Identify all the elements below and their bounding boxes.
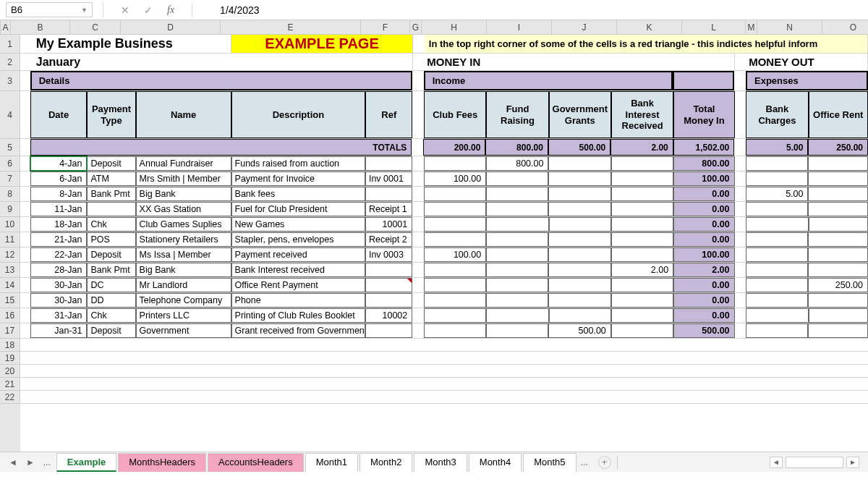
cell-name[interactable]: Stationery Retailers [136, 232, 231, 247]
scroll-left-button[interactable]: ◄ [770, 457, 783, 468]
cell-club-fees[interactable] [424, 202, 486, 216]
cell-fund-raising[interactable] [486, 187, 548, 201]
row-header[interactable]: 16 [0, 308, 20, 323]
cell-fund-raising[interactable] [486, 171, 548, 186]
cell-total-money-in[interactable]: 0.00 [673, 202, 734, 216]
cell-ref[interactable]: 10002 [365, 308, 412, 323]
cell-gov-grants[interactable] [548, 278, 610, 292]
cell-bank-interest[interactable] [611, 156, 673, 171]
cell-payment-type[interactable]: DD [87, 293, 135, 308]
cell-payment-type[interactable]: Deposit [87, 247, 135, 262]
cell-bank-interest[interactable] [611, 232, 673, 247]
cell-fund-raising[interactable]: 800.00 [486, 156, 548, 171]
column-header[interactable]: H [422, 20, 487, 34]
cell-bank-charges[interactable] [746, 217, 808, 232]
cell-description[interactable]: New Games [231, 217, 365, 232]
check-icon[interactable]: ✓ [144, 4, 153, 16]
cell-name[interactable]: Annual Fundraiser [136, 156, 231, 171]
cell-name[interactable]: Printers LLC [136, 308, 231, 323]
cell-date[interactable]: 30-Jan [30, 293, 88, 308]
cell-date[interactable]: 31-Jan [30, 308, 88, 323]
row-header[interactable]: 2 [0, 54, 20, 71]
cell-total-money-in[interactable]: 100.00 [673, 171, 734, 186]
formula-value[interactable]: 1/4/2023 [220, 4, 260, 16]
cell-ref[interactable] [365, 278, 412, 292]
cell-club-fees[interactable] [424, 217, 486, 232]
cell-name[interactable]: Telephone Company [136, 293, 231, 308]
cell-office-rent[interactable] [809, 217, 868, 232]
row-header[interactable]: 15 [0, 293, 20, 308]
tab-nav-next[interactable]: ► [22, 457, 39, 467]
column-header[interactable]: D [121, 20, 221, 34]
row-header[interactable]: 21 [0, 378, 20, 391]
cell-description[interactable]: Payment received [231, 247, 365, 262]
row-header[interactable]: 1 [0, 35, 20, 54]
cell-gov-grants[interactable] [549, 308, 611, 323]
cell-club-fees[interactable]: 100.00 [424, 247, 486, 262]
column-header[interactable]: C [70, 20, 121, 34]
row-header[interactable]: 17 [0, 323, 20, 339]
row-header[interactable]: 3 [0, 71, 20, 91]
cell-club-fees[interactable] [424, 293, 486, 308]
cell-fund-raising[interactable] [486, 217, 548, 232]
cell-club-fees[interactable] [424, 187, 486, 201]
cell-name[interactable]: Mrs Smith | Member [136, 171, 231, 186]
column-header[interactable]: L [682, 20, 746, 34]
cell-bank-interest[interactable] [611, 202, 673, 216]
cell-gov-grants[interactable] [548, 293, 610, 308]
cell-date[interactable]: 18-Jan [30, 217, 88, 232]
cell-name[interactable]: Club Games Suplies [136, 217, 231, 232]
tab-ellipsis-right[interactable]: ... [576, 457, 592, 467]
column-header[interactable]: E [221, 20, 361, 34]
cell-bank-charges[interactable] [746, 263, 808, 277]
cell-date[interactable]: 4-Jan [30, 156, 88, 171]
cell-ref[interactable]: Inv 0003 [365, 247, 412, 262]
cell-total-money-in[interactable]: 0.00 [673, 232, 734, 247]
cell-payment-type[interactable] [87, 202, 135, 216]
cell-date[interactable]: 30-Jan [30, 278, 88, 292]
empty-row[interactable] [20, 365, 868, 377]
cell-fund-raising[interactable] [486, 263, 548, 277]
cell-fund-raising[interactable] [486, 293, 548, 308]
row-header[interactable]: 6 [0, 156, 20, 171]
row-header[interactable]: 8 [0, 187, 20, 202]
cell-date[interactable]: 6-Jan [30, 171, 88, 186]
cell-payment-type[interactable]: Bank Pmt [87, 263, 135, 277]
row-header[interactable]: 7 [0, 171, 20, 187]
cell-fund-raising[interactable] [486, 247, 548, 262]
cell-club-fees[interactable] [424, 323, 486, 338]
cell-gov-grants[interactable] [548, 202, 610, 216]
fx-icon[interactable]: fx [167, 4, 174, 16]
cell-name[interactable]: Mr Landlord [136, 278, 231, 292]
column-header[interactable]: J [552, 20, 617, 34]
tab-ellipsis[interactable]: ... [39, 457, 55, 467]
row-header[interactable]: 5 [0, 139, 20, 156]
cell-office-rent[interactable] [808, 293, 868, 308]
cell-bank-charges[interactable] [746, 156, 808, 171]
cell-ref[interactable] [365, 187, 412, 201]
cell-ref[interactable]: Receipt 2 [365, 232, 412, 247]
tab-nav-prev[interactable]: ◄ [4, 457, 22, 467]
cell-bank-interest[interactable] [611, 247, 673, 262]
cell-total-money-in[interactable]: 100.00 [673, 247, 734, 262]
cell-fund-raising[interactable] [486, 308, 548, 323]
cell-description[interactable]: Stapler, pens, envelopes [231, 232, 365, 247]
cell-bank-interest[interactable] [611, 278, 673, 292]
cell-office-rent[interactable] [808, 263, 868, 277]
cell-total-money-in[interactable]: 0.00 [673, 187, 734, 201]
horizontal-scrollbar[interactable]: ◄ ► [624, 457, 864, 468]
cell-ref[interactable] [365, 323, 412, 338]
column-header[interactable]: M [746, 20, 757, 34]
cell-ref[interactable] [365, 293, 412, 308]
row-header[interactable]: 22 [0, 391, 20, 404]
cell-bank-charges[interactable] [746, 308, 808, 323]
cell-gov-grants[interactable] [548, 247, 610, 262]
cell-ref[interactable] [365, 156, 412, 171]
cell-date[interactable]: 11-Jan [30, 202, 88, 216]
sheet-tab-month1[interactable]: Month1 [305, 453, 358, 472]
cell-payment-type[interactable]: Chk [87, 308, 135, 323]
cell-office-rent[interactable] [808, 202, 868, 216]
cell-description[interactable]: Payment for Invoice [231, 171, 365, 186]
sheet-tab-month2[interactable]: Month2 [359, 453, 412, 472]
cell-payment-type[interactable]: Chk [87, 217, 135, 232]
